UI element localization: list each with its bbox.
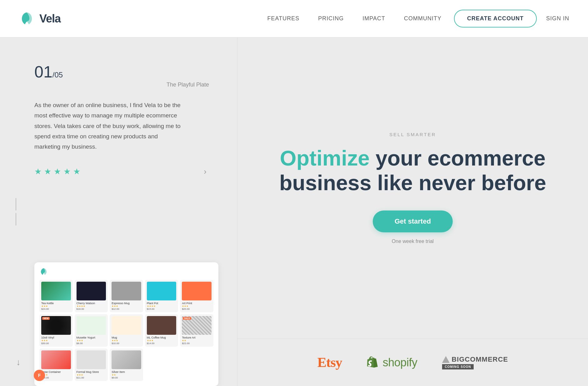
product-card-stars: ★★	[112, 374, 141, 376]
sign-in-link[interactable]: SIGN IN	[546, 15, 569, 22]
get-started-button[interactable]: Get started	[373, 210, 453, 232]
testimonial-section: 01 /05 The Playful Plate As the owner of…	[0, 37, 237, 256]
user-avatar: F	[34, 370, 45, 381]
product-card-price: $12.00	[112, 308, 141, 310]
product-card-title: Silver Item	[112, 370, 141, 374]
star-5: ★	[73, 167, 80, 176]
product-card: Mug ★★★ $10.00	[110, 314, 143, 347]
product-card-stars: ★★★	[77, 339, 106, 342]
product-card-price: $14.00	[147, 342, 177, 345]
product-card-stars: ★★★	[41, 339, 71, 342]
product-card-image	[77, 282, 106, 300]
product-card: Cherry Watson ★★★★ $18.00	[75, 280, 108, 312]
product-card-image: NEW	[41, 316, 71, 335]
bigcommerce-logo: BIGCOMMERCE COMING SOON	[442, 355, 508, 369]
product-card-stars: ★★★	[112, 339, 141, 342]
navbar: Vela FEATURES PRICING IMPACT COMMUNITY C…	[0, 0, 588, 37]
product-card-stars: ★★★	[182, 305, 212, 308]
create-account-button[interactable]: CREATE ACCOUNT	[454, 10, 537, 27]
preview-vela-icon	[39, 267, 48, 276]
scroll-bar-2	[16, 213, 16, 225]
product-card-image	[41, 282, 71, 300]
product-card-title: Musette Yogurt	[77, 336, 106, 339]
vela-logo-icon	[19, 11, 35, 27]
product-card-title: ML Coffee Mug	[147, 336, 177, 339]
integrations-section: Etsy shopify BIGCOMMERCE COMING SOON	[237, 339, 588, 386]
counter-total: /05	[52, 71, 63, 79]
product-card: Silver Item ★★ $9.00	[110, 349, 143, 381]
product-card-title: Plant Pot	[147, 302, 177, 305]
nav-links: FEATURES PRICING IMPACT COMMUNITY	[267, 15, 441, 22]
product-card-title: Rose Container	[41, 370, 71, 374]
product-card-image	[182, 282, 212, 300]
product-card-price: $16.00	[41, 376, 71, 379]
hero-headline-accent: Optimize	[280, 146, 370, 170]
hero-trial-text: One week free trial	[392, 239, 434, 244]
product-card: NEW 10x8 Vinyl ★★★ $30.00	[39, 314, 73, 347]
product-card-stars: ★★★	[41, 305, 71, 308]
product-card-stars: ★★★	[147, 339, 177, 342]
counter-current: 01	[34, 62, 52, 81]
product-card-title: Tea Kettle	[41, 302, 71, 305]
stars-row: ★ ★ ★ ★ ★	[34, 167, 80, 176]
product-card-price: $18.00	[77, 308, 106, 310]
product-card-image	[147, 282, 177, 300]
product-card-image: SALE	[182, 316, 212, 335]
product-card-title: Texture Art	[182, 336, 212, 339]
product-card-image	[147, 316, 177, 335]
main-content: 01 /05 The Playful Plate As the owner of…	[0, 37, 588, 386]
product-card-price: $9.00	[112, 376, 141, 379]
logo-link[interactable]: Vela	[19, 11, 61, 27]
nav-pricing[interactable]: PRICING	[318, 15, 344, 22]
star-1: ★	[34, 167, 42, 176]
product-card: Formal Mug Store ★★★ $11.00	[75, 349, 108, 381]
product-card-stars: ★★★	[112, 305, 141, 308]
product-card: Tea Kettle ★★★ $24.00	[39, 280, 73, 312]
star-3: ★	[54, 167, 61, 176]
product-card: Art Print ★★★ $20.00	[180, 280, 213, 312]
nav-impact[interactable]: IMPACT	[362, 15, 385, 22]
product-card-image	[112, 316, 141, 335]
left-panel: 01 /05 The Playful Plate As the owner of…	[0, 37, 237, 386]
stars-next-row: ★ ★ ★ ★ ★ ›	[34, 164, 209, 179]
bigcommerce-coming-soon-badge: COMING SOON	[442, 364, 473, 369]
star-4: ★	[63, 167, 71, 176]
product-card-title: Art Print	[182, 302, 212, 305]
product-card-price: $15.00	[147, 308, 177, 310]
product-card-title: Formal Mug Store	[77, 370, 106, 374]
nav-features[interactable]: FEATURES	[267, 15, 300, 22]
product-card-price: $20.00	[182, 308, 212, 310]
shopify-icon	[367, 356, 380, 369]
product-preview-card: Tea Kettle ★★★ $24.00 Cherry Watson ★★★★…	[34, 262, 218, 386]
nav-community[interactable]: COMMUNITY	[404, 15, 441, 22]
product-card-stars: ★★★★	[147, 305, 177, 308]
product-card-title: Espresso Mug	[112, 302, 141, 305]
product-card-image	[77, 350, 106, 369]
product-card-price: $10.00	[112, 342, 141, 345]
bigcommerce-triangle-icon	[442, 356, 450, 363]
shopify-logo: shopify	[367, 356, 417, 369]
product-card-image	[112, 282, 141, 300]
product-card-stars: ★★★	[77, 374, 106, 376]
bigcommerce-text: BIGCOMMERCE	[451, 355, 508, 364]
product-card: ML Coffee Mug ★★★ $14.00	[145, 314, 178, 347]
preview-header	[39, 267, 213, 276]
testimonial-author: The Playful Plate	[167, 82, 209, 91]
scroll-bar-1	[16, 198, 16, 210]
product-card-title: Mug	[112, 336, 141, 339]
product-card: SALE Texture Art ★★ $22.00	[180, 314, 213, 347]
logo-text: Vela	[39, 12, 61, 25]
product-card-stars: ★★★★	[77, 305, 106, 308]
product-card-image	[112, 350, 141, 369]
product-grid: Tea Kettle ★★★ $24.00 Cherry Watson ★★★★…	[39, 280, 213, 381]
bigcommerce-top: BIGCOMMERCE	[442, 355, 508, 364]
product-card-image	[77, 316, 106, 335]
testimonial-counter: 01 /05	[34, 62, 63, 81]
hero-eyebrow: SELL SMARTER	[389, 132, 436, 137]
testimonial-text: As the owner of an online business, I fi…	[34, 100, 184, 152]
next-arrow[interactable]: ›	[201, 164, 209, 179]
product-card-stars: ★★	[182, 339, 212, 342]
scroll-down-arrow[interactable]: ↓	[16, 357, 21, 367]
hero-section: SELL SMARTER Optimize your ecommerce bus…	[237, 37, 588, 339]
product-card-price: $8.00	[77, 342, 106, 345]
